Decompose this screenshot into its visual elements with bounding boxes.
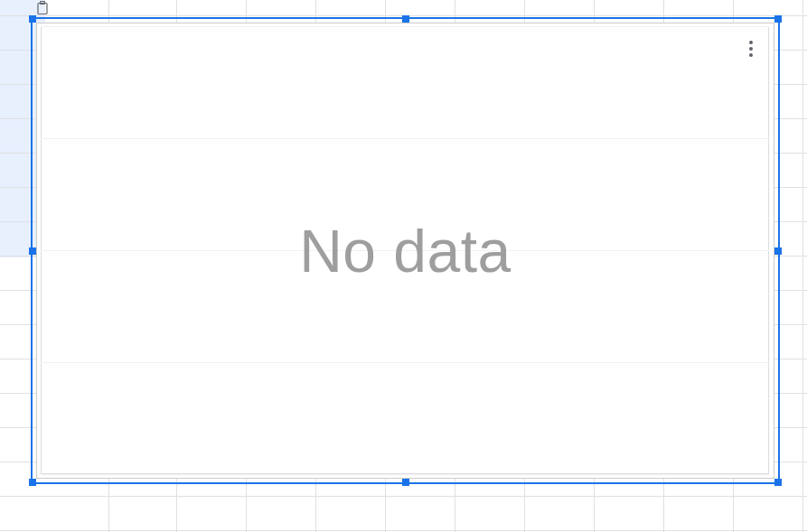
resize-handle-ne[interactable] xyxy=(774,15,782,23)
chart-selection[interactable]: No data xyxy=(33,19,778,482)
chart-body[interactable]: No data xyxy=(36,23,774,479)
resize-handle-se[interactable] xyxy=(774,479,782,486)
svg-rect-0 xyxy=(38,4,47,14)
more-vert-icon xyxy=(749,41,753,57)
chart-more-menu-button[interactable] xyxy=(740,38,762,60)
resize-handle-sw[interactable] xyxy=(29,479,36,486)
resize-handle-nw[interactable] xyxy=(29,15,36,23)
resize-handle-s[interactable] xyxy=(402,479,409,486)
resize-handle-e[interactable] xyxy=(774,247,782,255)
resize-handle-w[interactable] xyxy=(29,247,36,255)
clipboard-icon[interactable] xyxy=(34,0,51,16)
chart-plot-area xyxy=(41,26,769,474)
resize-handle-n[interactable] xyxy=(402,15,409,23)
